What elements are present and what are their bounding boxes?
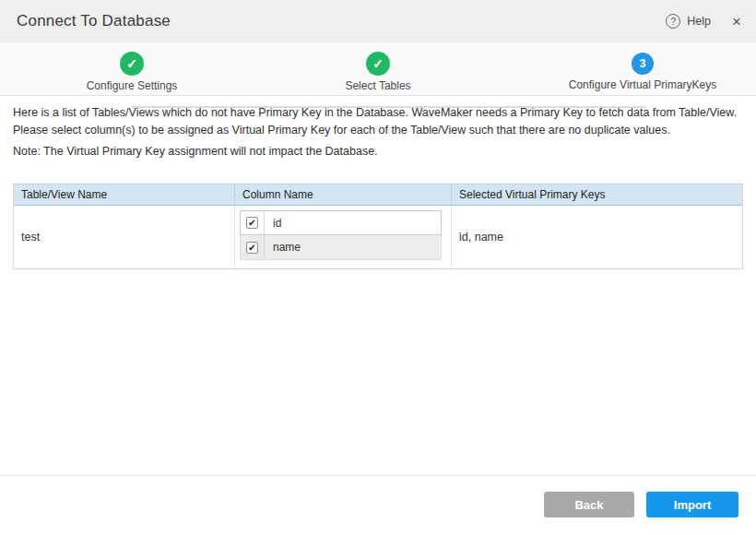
note-text: Note: The Virtual Primary Key assignment… <box>13 145 745 158</box>
step-label: Configure Settings <box>21 79 242 92</box>
back-button[interactable]: Back <box>544 492 634 517</box>
wizard-stepper: ✓ Configure Settings ✓ Select Tables 3 C… <box>0 42 756 96</box>
header-table-view-name: Table/View Name <box>14 184 235 205</box>
dialog-title: Connect To Database <box>17 12 171 30</box>
check-icon: ✓ <box>366 52 390 76</box>
checkbox-cell: ✔ <box>241 211 265 234</box>
close-icon[interactable]: × <box>732 14 741 30</box>
step-select-tables[interactable]: ✓ Select Tables <box>267 42 489 92</box>
header-column-name: Column Name <box>235 184 452 205</box>
checkbox-id[interactable]: ✔ <box>246 217 258 229</box>
virtual-primary-keys-table: Table/View Name Column Name Selected Vir… <box>13 184 743 269</box>
step-label: Select Tables <box>267 79 489 92</box>
column-label-name: name <box>273 241 301 254</box>
table-row: test ✔ id ✔ name <box>14 206 742 268</box>
step-label: Configure Virtual PrimaryKeys <box>532 78 753 91</box>
column-name-cell: ✔ id ✔ name <box>235 206 452 268</box>
titlebar-controls: ? Help × <box>666 0 741 42</box>
footer-divider <box>0 475 756 476</box>
column-checkbox-list: ✔ id ✔ name <box>240 210 442 260</box>
check-icon: ✓ <box>120 52 144 76</box>
checkbox-name[interactable]: ✔ <box>246 242 258 254</box>
import-button[interactable]: Import <box>646 492 738 517</box>
header-selected-virtual-primary-keys: Selected Virtual Primary Keys <box>452 184 742 205</box>
selected-keys-cell: id, name <box>452 206 742 268</box>
checkbox-cell: ✔ <box>241 235 265 259</box>
help-button[interactable]: Help <box>687 15 711 28</box>
dialog-titlebar: Connect To Database ? Help × <box>0 0 756 42</box>
help-icon[interactable]: ? <box>666 14 680 29</box>
list-item-name[interactable]: ✔ name <box>240 235 442 260</box>
step-configure-settings[interactable]: ✓ Configure Settings <box>21 42 242 92</box>
table-header-row: Table/View Name Column Name Selected Vir… <box>14 184 742 206</box>
table-view-name-cell: test <box>14 206 235 268</box>
list-item-id[interactable]: ✔ id <box>240 210 442 235</box>
description-text: Here is a list of Tables/Views which do … <box>13 104 745 140</box>
step-configure-virtual-primarykeys[interactable]: 3 Configure Virtual PrimaryKeys <box>532 42 753 91</box>
step-number-badge: 3 <box>632 53 654 75</box>
column-label-id: id <box>273 217 281 230</box>
connect-to-database-dialog: Connect To Database ? Help × ✓ Configure… <box>0 0 756 535</box>
